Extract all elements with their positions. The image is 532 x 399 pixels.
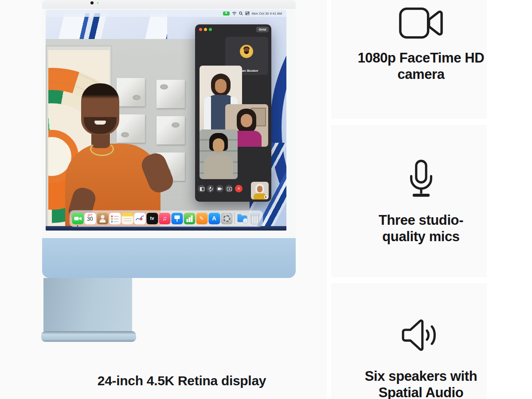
trash-dock-icon[interactable] [249, 213, 260, 224]
music-dock-icon[interactable]: ♫ [159, 213, 170, 224]
feature-text: 1080p FaceTime HD camera [331, 50, 487, 82]
imac: Grid Tristan Booker [42, 0, 296, 343]
feature-card-speakers: Six speakers with Spatial Audio [331, 283, 487, 399]
camera-indicator-led-icon [97, 2, 98, 4]
downloads-folder-dock-icon[interactable] [236, 213, 248, 224]
participant-tile [200, 129, 238, 179]
feature-card-mics: Three studio- quality mics [331, 125, 487, 277]
screen-share-button[interactable] [225, 185, 233, 192]
numbers-dock-icon[interactable] [184, 213, 195, 224]
reminders-dock-icon[interactable] [109, 213, 121, 224]
stocks-wave-dock-icon[interactable] [134, 213, 145, 224]
minimize-window-button[interactable] [204, 28, 207, 31]
apple-tv-dock-icon[interactable]: tv [146, 213, 158, 224]
sidebar-button[interactable] [198, 185, 205, 192]
imac-chin [42, 238, 296, 278]
feature-card-camera: 1080p FaceTime HD camera [331, 0, 487, 119]
imac-display-bezel: Grid Tristan Booker [42, 9, 296, 238]
memoji-avatar [240, 45, 253, 58]
camera-badge-icon [264, 196, 268, 199]
display-caption: 24-inch 4.5K Retina display [42, 373, 296, 388]
notes-dock-icon[interactable] [121, 213, 133, 224]
menu-bar-clock[interactable]: Mon Oct 30 9:41 AM [252, 12, 282, 16]
imac-stand [43, 278, 132, 331]
dock: OCT 30 tv ♫ [69, 210, 263, 227]
imac-screen: Grid Tristan Booker [46, 10, 286, 231]
running-app-indicator [77, 225, 78, 227]
feature-text: Six speakers with Spatial Audio [331, 368, 487, 399]
presenter-necklace [90, 142, 114, 156]
facetime-dock-icon[interactable] [72, 213, 83, 224]
app-store-dock-icon[interactable]: A [208, 213, 220, 224]
camera-toggle-button[interactable] [216, 185, 223, 192]
imac-top-edge [42, 0, 296, 10]
menu-bar: Mon Oct 30 9:41 AM [46, 10, 286, 17]
self-view-tile [251, 182, 269, 200]
dock-separator [234, 213, 235, 224]
facetime-camera-dot-icon [90, 1, 94, 4]
calendar-dock-icon[interactable]: OCT 30 [84, 213, 96, 224]
microphone-icon [407, 160, 435, 198]
user-badge-icon[interactable] [223, 12, 230, 16]
control-center-icon[interactable] [245, 12, 250, 15]
imac-stand-foot [41, 331, 136, 342]
wifi-icon[interactable] [232, 12, 237, 16]
zoom-window-button[interactable] [209, 28, 212, 31]
grid-view-button[interactable]: Grid [256, 27, 269, 32]
search-icon[interactable] [239, 12, 243, 16]
mute-mic-button[interactable] [207, 185, 214, 192]
imac-panel: Grid Tristan Booker [0, 0, 327, 399]
speaker-icon [400, 318, 442, 352]
end-call-button[interactable]: ✕ [235, 185, 243, 192]
keynote-dock-icon[interactable] [171, 213, 183, 224]
wallpaper-ribbons-top [56, 13, 167, 41]
pages-dock-icon[interactable]: ✎ [196, 213, 207, 224]
product-marketing-image: Grid Tristan Booker [0, 0, 532, 399]
video-camera-icon [399, 6, 444, 40]
contacts-dock-icon[interactable] [97, 213, 108, 224]
close-window-button[interactable] [199, 28, 202, 31]
system-settings-dock-icon[interactable] [221, 213, 232, 224]
facetime-window: Grid Tristan Booker [195, 24, 271, 202]
feature-text: Three studio- quality mics [331, 212, 487, 245]
